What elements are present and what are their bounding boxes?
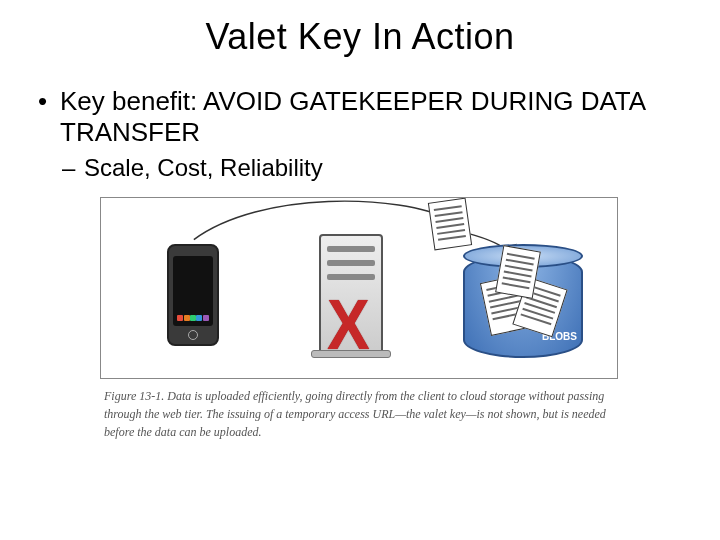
figure-caption: Figure 13-1. Data is uploaded efficientl… — [100, 387, 620, 441]
bullet-list: Key benefit: AVOID GATEKEEPER DURING DAT… — [38, 86, 690, 183]
bullet-key-benefit: Key benefit: AVOID GATEKEEPER DURING DAT… — [38, 86, 690, 148]
phone-icon — [167, 244, 219, 346]
bullet-scale-cost-reliability: Scale, Cost, Reliability — [38, 154, 690, 183]
phone-home-button-icon — [188, 330, 198, 340]
cross-out-icon: X — [327, 284, 370, 365]
document-icon — [428, 198, 472, 251]
figure-container: X BLOBS Figure 13-1. Data is uploaded ef… — [100, 197, 620, 441]
architecture-diagram: X BLOBS — [100, 197, 618, 379]
slide-title: Valet Key In Action — [30, 16, 690, 58]
slide: Valet Key In Action Key benefit: AVOID G… — [0, 0, 720, 540]
phone-app-row — [177, 312, 209, 324]
phone-screen — [173, 256, 213, 326]
